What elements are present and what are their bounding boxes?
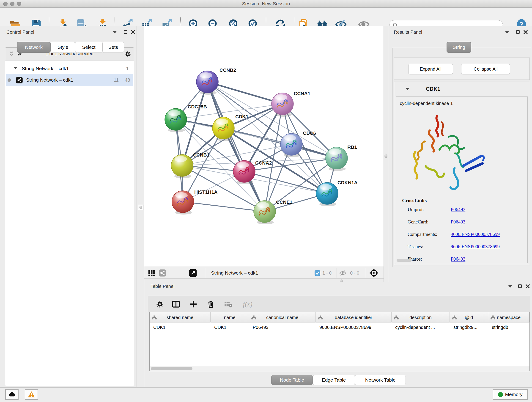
tab-style[interactable]: Style	[51, 42, 75, 53]
section-expander-icon[interactable]	[405, 88, 410, 90]
protein-name: CDK1	[426, 86, 440, 92]
birds-eye-view-button[interactable]	[148, 269, 156, 277]
panel-float-icon[interactable]	[516, 30, 520, 34]
table-panel: Table Panel	[144, 282, 532, 387]
network-overview-button[interactable]	[158, 269, 166, 277]
tree-expander-icon[interactable]	[14, 67, 17, 69]
panel-float-icon[interactable]	[124, 30, 127, 34]
network-row-selected[interactable]: String Network – cdk1 11 48	[6, 74, 133, 86]
tab-network[interactable]: Network	[17, 42, 51, 53]
splitter-handle[interactable]	[138, 205, 143, 210]
table-cell[interactable]: CDK1	[150, 322, 210, 332]
warnings-button[interactable]	[25, 389, 38, 400]
splitter-handle[interactable]	[385, 153, 387, 158]
panel-close-icon[interactable]	[525, 284, 530, 289]
edge-CCNB2-CCNA1[interactable]	[207, 82, 283, 104]
table-cell[interactable]: stringdb:9...	[450, 322, 488, 332]
network-node-CDKN1A[interactable]: CDKN1A	[316, 180, 358, 206]
crosslink-label: Tissues:	[408, 244, 423, 249]
protein-section-header[interactable]: CDK1	[394, 82, 529, 96]
network-tree: String Network – cdk1 1 String Network –…	[6, 61, 133, 385]
network-view-title: String Network – cdk1	[211, 269, 258, 277]
delete-table-button[interactable]	[224, 300, 233, 309]
collapse-all-button[interactable]: Collapse All	[461, 64, 510, 74]
network-node-CCNB1[interactable]: CCNB1	[171, 152, 210, 178]
tab-select[interactable]: Select	[75, 42, 102, 53]
table-cell[interactable]: stringdb	[488, 322, 530, 332]
column-header-name[interactable]: name	[210, 313, 249, 322]
panel-close-icon[interactable]	[523, 30, 528, 35]
network-node-CCNA2[interactable]: CCNA2	[233, 160, 272, 184]
tab-network-table[interactable]: Network Table	[355, 375, 406, 385]
table-cell[interactable]: cyclin-dependent ...	[392, 322, 450, 332]
tab-string[interactable]: String	[447, 42, 471, 53]
table-cell[interactable]: 9606.ENSP00000378699	[316, 322, 392, 332]
tab-node-table[interactable]: Node Table	[271, 375, 313, 385]
node-label-CCNE1: CCNE1	[276, 199, 293, 205]
delete-column-button[interactable]	[206, 300, 215, 309]
node-label-CCNA2: CCNA2	[255, 160, 272, 166]
network-collection-row[interactable]: String Network – cdk1 1	[6, 63, 133, 74]
right-splitter[interactable]	[384, 26, 388, 282]
crosslink-link[interactable]: P06493	[451, 219, 465, 225]
table-toolbar: f(x)	[148, 296, 530, 312]
crosslink-link[interactable]: 9606.ENSP00000378699	[451, 244, 500, 249]
network-node-CDC25B[interactable]: CDC25B	[165, 104, 207, 132]
results-panel-title: Results Panel	[394, 30, 422, 35]
detach-view-button[interactable]	[189, 269, 197, 277]
selected-checkbox[interactable]	[314, 269, 321, 277]
cloud-button[interactable]	[5, 389, 19, 400]
network-canvas[interactable]: CCNB2CCNA1CDC25BCDK1CDC6RB1CCNB1CCNA2CDK…	[144, 26, 384, 267]
table-row[interactable]: CDK1CDK1P064939606.ENSP00000378699cyclin…	[150, 322, 530, 332]
scrollbar-thumb[interactable]	[151, 367, 192, 370]
panel-menu-icon[interactable]	[505, 31, 509, 33]
expand-all-button[interactable]: Expand All	[408, 64, 453, 74]
table-settings-button[interactable]	[155, 300, 165, 309]
panel-float-icon[interactable]	[518, 284, 522, 288]
column-header-database-identifier[interactable]: database identifier	[316, 313, 392, 322]
network-node-count: 11	[114, 77, 119, 83]
memory-button[interactable]: Memory	[493, 389, 528, 400]
node-label-CCNB1: CCNB1	[193, 152, 210, 157]
tab-edge-table[interactable]: Edge Table	[313, 375, 355, 385]
checkbox-checked-icon	[314, 270, 321, 276]
panel-close-icon[interactable]	[131, 30, 136, 35]
horizontal-scrollbar-thumb[interactable]	[397, 259, 412, 262]
crosslink-link[interactable]: P06493	[451, 207, 465, 212]
column-header-canonical-name[interactable]: canonical name	[249, 313, 316, 322]
table-cell[interactable]: CDK1	[210, 322, 249, 332]
create-column-button[interactable]	[189, 300, 198, 309]
columns-icon	[172, 300, 180, 308]
fx-icon: f(x)	[243, 300, 253, 308]
network-node-RB1[interactable]: RB1	[326, 144, 357, 171]
column-hierarchy-icon	[490, 315, 496, 320]
column-header-shared-name[interactable]: shared name	[150, 313, 210, 322]
show-columns-button[interactable]	[171, 300, 181, 309]
network-list-box: 1 of 1 Network selected String Network –…	[5, 47, 134, 386]
node-label-CCNB2: CCNB2	[220, 67, 236, 73]
edge-HIST1H1A-CCNE1[interactable]	[183, 202, 265, 211]
column-hierarchy-icon	[393, 315, 399, 320]
crosslink-link[interactable]: 9606.ENSP00000378699	[451, 231, 500, 237]
left-splitter[interactable]	[137, 26, 144, 387]
crosslink-link[interactable]: P06493	[451, 256, 465, 262]
column-header-description[interactable]: description	[392, 313, 450, 322]
string-network-graph[interactable]: CCNB2CCNA1CDC25BCDK1CDC6RB1CCNB1CCNA2CDK…	[144, 26, 384, 267]
protein-description: cyclin-dependent kinase 1	[400, 101, 453, 106]
table-horizontal-scrollbar[interactable]	[150, 366, 530, 371]
network-node-HIST1H1A[interactable]: HIST1H1A	[172, 189, 218, 215]
network-node-CCNB2[interactable]: CCNB2	[196, 67, 236, 95]
column-header-namespace[interactable]: namespace	[488, 313, 530, 322]
toolbar-separator	[170, 268, 170, 278]
network-node-CCNE1[interactable]: CCNE1	[254, 199, 293, 224]
table-cell[interactable]: P06493	[249, 322, 316, 332]
gear-icon[interactable]	[124, 51, 132, 58]
panel-menu-icon[interactable]	[508, 285, 512, 288]
tab-sets[interactable]: Sets	[102, 42, 124, 53]
results-panel: Results Panel String Expand All Collapse…	[388, 26, 532, 282]
fit-selected-button[interactable]	[369, 269, 379, 277]
control-panel-title: Control Panel	[6, 30, 34, 35]
column-header--id[interactable]: @id	[450, 313, 488, 322]
panel-menu-icon[interactable]	[113, 31, 117, 33]
function-builder-button[interactable]: f(x)	[240, 300, 256, 309]
